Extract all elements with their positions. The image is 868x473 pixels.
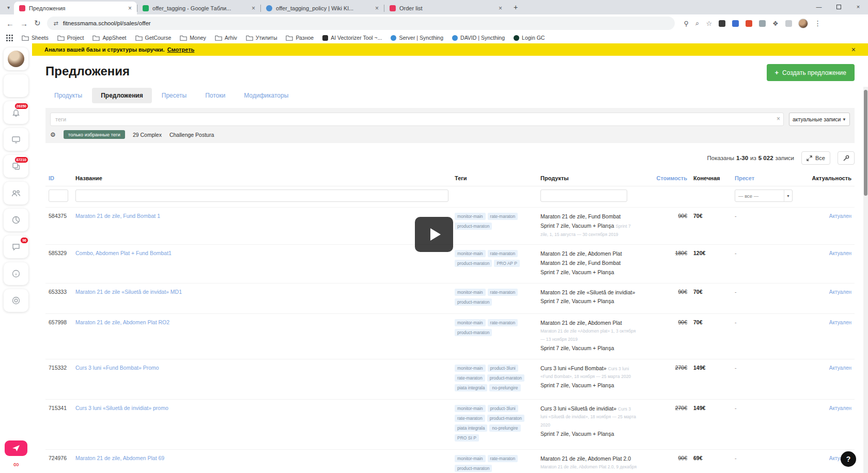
tag-option[interactable]: 29 Complex (133, 132, 162, 138)
browser-tab-1[interactable]: Предложения× (14, 2, 137, 14)
sidebar-item-orders[interactable]: 87210 (4, 155, 28, 178)
tab-потоки[interactable]: Потоки (196, 88, 234, 103)
sidebar-item-notifications[interactable]: 26350 (4, 101, 28, 124)
tag-chip[interactable]: rate-maraton (488, 250, 518, 257)
records-filter-select[interactable]: актуальные записи ▼ (789, 113, 850, 126)
tag-chip[interactable]: piata integrala (455, 384, 487, 391)
tag-chip[interactable]: no-prelungire (489, 384, 520, 391)
offer-name-link[interactable]: Maraton 21 de zile, Abdomen Plat RO2 (75, 319, 169, 325)
tag-chip[interactable]: rate-maraton (488, 319, 518, 326)
minimize-button[interactable]: — (809, 0, 829, 13)
bookmark-6[interactable]: Arhiv (215, 35, 237, 41)
bookmark-star-icon[interactable]: ☆ (706, 20, 712, 27)
site-settings-icon[interactable]: ⇄ (54, 20, 58, 27)
back-button[interactable]: ← (6, 19, 14, 28)
status-link[interactable]: Актуален (829, 213, 851, 219)
offer-name-link[interactable]: Maraton 21 de zile «Siluetă de invidat» … (75, 289, 182, 295)
sidebar-profile[interactable] (4, 48, 28, 70)
products-filter-input[interactable] (540, 190, 627, 202)
tag-chip[interactable]: no-prelungire (489, 424, 520, 432)
getcourse-logo[interactable]: ∞ (13, 460, 19, 468)
tag-chip[interactable]: product-maraton (455, 465, 492, 472)
tab-модификаторы[interactable]: Модификаторы (235, 88, 297, 103)
side-panel-icon[interactable] (785, 20, 792, 27)
browser-tab-4[interactable]: Order list× (384, 2, 507, 14)
settings-wrench-button[interactable] (838, 151, 855, 165)
close-window-button[interactable]: × (848, 0, 868, 13)
tag-option[interactable]: Challenge Postura (169, 132, 214, 138)
tag-chip[interactable]: product-maraton (487, 374, 524, 382)
tag-chip[interactable]: rate-maraton (455, 415, 485, 422)
maximize-button[interactable] (829, 0, 848, 13)
sidebar-item-info[interactable] (4, 262, 28, 285)
status-link[interactable]: Актуален (829, 250, 851, 256)
profile-avatar[interactable] (798, 19, 808, 28)
menu-kebab-icon[interactable]: ⋮ (814, 19, 822, 27)
column-header-t-cost[interactable]: Стоимость (641, 170, 690, 186)
tag-chip[interactable]: piata integrala (455, 424, 487, 432)
close-tab-icon[interactable]: × (252, 5, 255, 12)
tag-chip[interactable]: monitor-main (455, 250, 486, 257)
tab-пресеты[interactable]: Пресеты (153, 88, 195, 103)
status-link[interactable]: Актуален (829, 405, 851, 411)
bookmark-2[interactable]: Project (57, 35, 84, 41)
tag-chip[interactable]: rate-maraton (455, 374, 485, 382)
preset-filter-select[interactable]: — все — ▼ (735, 190, 793, 202)
ext-red-icon[interactable] (746, 20, 752, 27)
tab-предложения[interactable]: Предложения (92, 88, 152, 103)
status-link[interactable]: Актуален (829, 365, 851, 371)
tag-chip[interactable]: PRO AP P (494, 260, 520, 267)
expand-all-button[interactable]: Все (801, 151, 830, 165)
tag-chip[interactable]: product-maraton (455, 223, 492, 230)
id-filter-input[interactable] (49, 190, 68, 202)
tag-chip[interactable]: product-maraton (455, 260, 492, 267)
scrollbar-thumb[interactable] (864, 90, 867, 196)
tag-chip[interactable]: product-maraton (487, 415, 524, 422)
tag-chip[interactable]: rate-maraton (488, 213, 518, 220)
bookmark-3[interactable]: AppSheet (92, 35, 126, 41)
browser-tab-3[interactable]: offer_tagging_policy | Wiki Kl...× (261, 2, 384, 14)
offer-name-link[interactable]: Curs 3 luni «Siluetă de invidiat» promo (75, 405, 168, 411)
status-link[interactable]: Актуален (829, 320, 851, 325)
extensions-puzzle-icon[interactable]: ❖ (772, 20, 779, 27)
offer-name-link[interactable]: Maraton 21 de zile, Abdomen Plat 69 (75, 455, 164, 461)
tag-chip[interactable]: monitor-main (455, 213, 486, 220)
reload-button[interactable]: ↻ (34, 19, 41, 28)
close-tab-icon[interactable]: × (499, 5, 502, 12)
status-link[interactable]: Актуален (829, 289, 851, 295)
tag-chip[interactable]: product-3luni (488, 405, 518, 412)
bookmark-5[interactable]: Money (180, 35, 206, 41)
bookmark-7[interactable]: Утилиты (246, 35, 277, 41)
column-header-t-id[interactable]: ID (45, 170, 72, 186)
sidebar-item-chat[interactable]: 96 (4, 235, 28, 258)
telegram-send-button[interactable] (5, 440, 27, 456)
tag-chip[interactable]: product-maraton (455, 298, 492, 306)
tag-chip[interactable]: monitor-main (455, 365, 486, 372)
ext-blue-icon[interactable] (732, 20, 739, 27)
tag-chip[interactable]: monitor-main (455, 455, 486, 462)
browser-tab-2[interactable]: offer_tagging - Google Табли...× (137, 2, 260, 14)
tags-search-input[interactable] (50, 113, 784, 126)
tag-chip[interactable]: PRO SI P (455, 434, 479, 442)
sidebar-item-settings[interactable] (4, 289, 28, 312)
bookmark-4[interactable]: GetCourse (135, 35, 172, 41)
selected-tag-chip[interactable]: только избранные теги (64, 130, 125, 139)
sidebar-item-users[interactable] (4, 182, 28, 204)
bookmark-11[interactable]: DAVID | Syncthing (452, 35, 505, 41)
offer-name-link[interactable]: Curs 3 luni «Fund Bombat» Promo (75, 365, 159, 371)
name-filter-input[interactable] (75, 190, 448, 202)
tab-menu-chevron-icon[interactable]: ▾ (3, 5, 14, 10)
bookmark-12[interactable]: Login GC (514, 35, 545, 41)
close-tab-icon[interactable]: × (375, 5, 379, 12)
bookmark-10[interactable]: Server | Syncthing (391, 35, 443, 41)
column-header-t-preset[interactable]: Пресет (732, 170, 783, 186)
new-tab-button[interactable]: + (507, 3, 524, 11)
apps-grid-icon[interactable] (6, 35, 13, 41)
forward-button[interactable]: → (20, 19, 28, 28)
password-key-icon[interactable]: ⚲ (684, 20, 689, 27)
create-offer-button[interactable]: + Создать предложение (767, 64, 855, 81)
sidebar-item-screen[interactable] (4, 128, 28, 151)
help-button[interactable]: ? (841, 451, 856, 467)
tag-chip[interactable]: monitor-main (455, 289, 486, 296)
close-tab-icon[interactable]: × (128, 5, 132, 12)
